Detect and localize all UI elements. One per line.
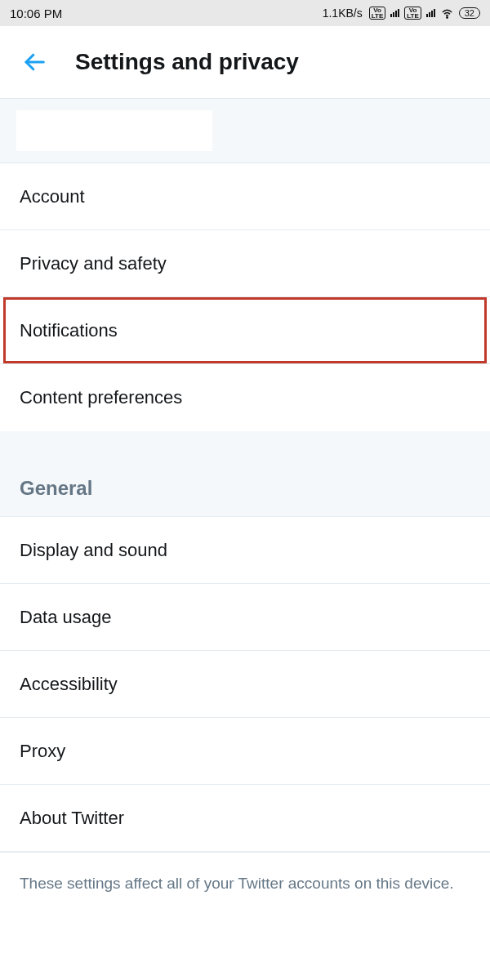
settings-item-label: Proxy bbox=[20, 741, 65, 762]
app-header: Settings and privacy bbox=[0, 26, 490, 98]
settings-item-label: Account bbox=[20, 186, 85, 207]
settings-item-label: Display and sound bbox=[20, 540, 167, 561]
back-arrow-icon bbox=[22, 50, 47, 74]
settings-item-account[interactable]: Account bbox=[0, 163, 490, 230]
status-right: 1.1KB/s VoLTE VoLTE 32 bbox=[323, 7, 480, 20]
volte-icon-2: VoLTE bbox=[404, 7, 421, 20]
settings-item-label: Accessibility bbox=[20, 674, 118, 695]
back-button[interactable] bbox=[20, 47, 49, 77]
user-handle-placeholder bbox=[16, 110, 212, 151]
settings-item-label: Content preferences bbox=[20, 387, 182, 408]
settings-item-label: Data usage bbox=[20, 607, 112, 628]
settings-item-data-usage[interactable]: Data usage bbox=[0, 584, 490, 651]
settings-item-privacy-safety[interactable]: Privacy and safety bbox=[0, 230, 490, 297]
status-time: 10:06 PM bbox=[10, 7, 62, 20]
settings-item-label: Privacy and safety bbox=[20, 253, 167, 274]
settings-item-about-twitter[interactable]: About Twitter bbox=[0, 785, 490, 852]
signal-bars-icon-2 bbox=[426, 9, 435, 17]
settings-item-proxy[interactable]: Proxy bbox=[0, 718, 490, 785]
wifi-icon bbox=[440, 7, 454, 20]
signal-bars-icon-1 bbox=[390, 9, 399, 17]
battery-indicator: 32 bbox=[459, 7, 480, 19]
svg-point-0 bbox=[447, 16, 448, 17]
settings-item-notifications[interactable]: Notifications bbox=[0, 297, 490, 364]
settings-item-label: About Twitter bbox=[20, 808, 124, 829]
status-network-speed: 1.1KB/s bbox=[323, 7, 363, 20]
section-header-general: General bbox=[0, 431, 490, 517]
footer-note: These settings affect all of your Twitte… bbox=[0, 852, 490, 915]
settings-item-content-preferences[interactable]: Content preferences bbox=[0, 364, 490, 431]
volte-icon-1: VoLTE bbox=[369, 7, 386, 20]
settings-item-label: Notifications bbox=[20, 320, 118, 341]
user-handle-section bbox=[0, 98, 490, 163]
page-title: Settings and privacy bbox=[75, 49, 299, 75]
status-bar: 10:06 PM 1.1KB/s VoLTE VoLTE 32 bbox=[0, 0, 490, 26]
settings-item-accessibility[interactable]: Accessibility bbox=[0, 651, 490, 718]
settings-item-display-sound[interactable]: Display and sound bbox=[0, 517, 490, 584]
